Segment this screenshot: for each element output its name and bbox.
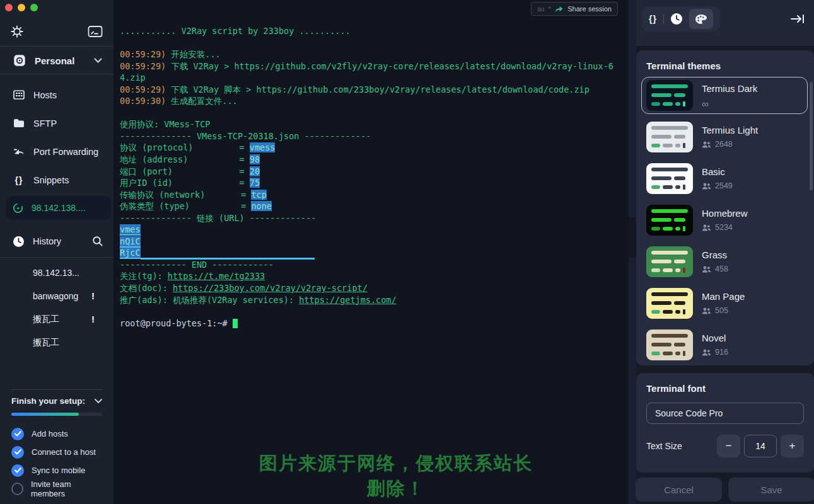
setup-task-invite-team[interactable]: Invite team members	[11, 479, 102, 498]
alert-badge: !	[91, 290, 95, 301]
collapse-panel-icon[interactable]	[790, 13, 805, 25]
themes-tab-active[interactable]	[689, 9, 713, 29]
terminal-text: nQiC	[120, 236, 141, 248]
terminal-text: 伪装类型 (type) =	[120, 201, 251, 211]
terminal-line: 地址 (address) = 98	[120, 154, 613, 166]
chevron-down-icon[interactable]	[95, 399, 102, 403]
setup-task-sync-mobile[interactable]: Sync to mobile	[11, 461, 102, 479]
check-circle-icon	[11, 464, 24, 477]
sidebar-item-sftp[interactable]: SFTP	[0, 109, 113, 137]
save-button[interactable]: Save	[728, 478, 814, 501]
close-window-button[interactable]	[5, 4, 13, 11]
new-terminal-button[interactable]	[86, 22, 105, 41]
theme-option-light[interactable]: Termius Light2648	[646, 122, 803, 152]
setup-task-connect-host[interactable]: Connect to a host	[11, 443, 102, 461]
theme-option-basic[interactable]: Basic2549	[646, 163, 803, 194]
terminal-text: 端口 (port) =	[120, 166, 250, 176]
terminal-text: RjcC	[120, 248, 141, 259]
theme-option-dark[interactable]: Termius Dark∞	[641, 77, 808, 114]
panel-tabs: {}	[642, 6, 719, 32]
sidebar-item-hosts[interactable]: Hosts	[0, 81, 113, 109]
scrollbar-thumb[interactable]	[629, 217, 636, 258]
terminal-text: 98	[250, 154, 260, 164]
theme-name: Termius Light	[702, 125, 758, 135]
workspace-selector[interactable]: Personal	[0, 47, 113, 74]
search-icon[interactable]	[92, 236, 103, 247]
terminal-text: ------------- END ------------	[120, 260, 274, 270]
theme-user-count: 2549	[715, 181, 733, 190]
terminal-text: vmess	[250, 142, 276, 152]
terminal-text: 00:59:29)	[120, 84, 166, 94]
decrease-size-button[interactable]: −	[717, 435, 740, 457]
theme-option-novel[interactable]: Novel916	[646, 329, 803, 360]
sidebar-item-label: Snippets	[33, 175, 69, 185]
terminal-line: nQiC	[120, 236, 613, 248]
terminal-scrollbar[interactable]	[629, 0, 636, 504]
terminal-line: 端口 (port) = 20	[120, 166, 613, 178]
zoom-window-button[interactable]	[30, 4, 38, 11]
terminal-text: 关注(tg):	[120, 271, 168, 281]
terminal-link[interactable]: https://233boy.com/v2ray/v2ray-script/	[173, 283, 368, 293]
terminal-link[interactable]: https://t.me/tg2333	[168, 271, 265, 281]
check-circle-icon	[11, 428, 24, 440]
font-family-input[interactable]: Source Code Pro	[646, 403, 804, 424]
terminal-line: -------------- 链接 (URL) -------------	[120, 212, 613, 224]
snippets-tab-icon[interactable]: {}	[649, 14, 657, 24]
history-item[interactable]: 98.142.13...	[0, 261, 113, 284]
minimize-window-button[interactable]	[18, 4, 25, 11]
theme-user-count: 916	[715, 348, 728, 357]
themes-section-title: Terminal themes	[646, 60, 814, 71]
settings-button[interactable]	[8, 22, 26, 41]
sidebar-item-label: Port Forwarding	[33, 147, 98, 157]
history-item[interactable]: 搬瓦工 !	[0, 307, 113, 331]
terminal-line: 伪装类型 (type) = none	[120, 200, 613, 212]
theme-option-manpage[interactable]: Man Page505	[646, 288, 803, 319]
terminal-pane[interactable]: au * Share session ........... V2Ray scr…	[113, 0, 629, 504]
cancel-button[interactable]: Cancel	[636, 478, 722, 501]
terminal-line: 关注(tg): https://t.me/tg2333	[120, 270, 613, 282]
theme-user-count: 505	[715, 306, 728, 315]
sidebar-item-snippets[interactable]: {} Snippets	[0, 166, 113, 194]
window-controls	[5, 4, 38, 11]
gear-icon	[10, 25, 24, 38]
sidebar-item-port-forwarding[interactable]: Port Forwarding	[0, 137, 113, 166]
terminal-text: vmes	[120, 224, 141, 236]
themes-list: Termius Dark∞Termius Light2648Basic2549H…	[646, 80, 814, 360]
terminal-line: 00:59:29) 开始安装...	[120, 49, 613, 60]
theme-thumbnail	[646, 329, 693, 360]
history-tab-icon[interactable]	[670, 13, 683, 25]
unchecked-circle-icon	[11, 483, 23, 495]
terminal-text: 地址 (address) =	[120, 154, 250, 164]
terminal-text: 20	[250, 166, 260, 176]
panel-scrollbar-thumb[interactable]	[810, 82, 813, 190]
infinity-icon: ∞	[702, 98, 709, 109]
terminal-line: 传输协议 (network) = tcp	[120, 189, 613, 201]
chevron-down-icon	[94, 58, 102, 63]
terminal-text: 下载 V2Ray 脚本 > https://github.com/233boy/…	[166, 84, 590, 94]
share-session-button[interactable]: au * Share session	[531, 2, 618, 16]
theme-user-count: 2648	[715, 140, 733, 149]
sidebar-item-history[interactable]: History	[0, 228, 113, 255]
history-item[interactable]: 搬瓦工	[0, 331, 113, 354]
theme-option-grass[interactable]: Grass458	[646, 246, 803, 277]
terminal-font-section: Terminal font Source Code Pro Text Size …	[636, 373, 814, 472]
history-item[interactable]: banwagong !	[0, 284, 113, 307]
terminal-line	[120, 306, 613, 318]
terminal-text: -------------- VMess-TCP-20318.json ----…	[120, 131, 371, 141]
theme-option-homebrew[interactable]: Homebrew5234	[646, 205, 803, 236]
setup-title: Finish your setup:	[11, 396, 95, 406]
palette-icon	[695, 14, 707, 25]
increase-size-button[interactable]: +	[781, 435, 804, 457]
terminal-text: 使用协议: VMess-TCP	[120, 119, 210, 129]
alert-badge: !	[91, 314, 95, 324]
port-forwarding-icon	[13, 147, 25, 156]
terminal-link[interactable]: https://getjms.com/	[299, 295, 396, 305]
termius-window: Personal Hosts SFTP P	[0, 0, 814, 504]
terminal-line: ------------- END ------------	[120, 259, 613, 271]
setup-checklist: Finish your setup: Add hosts Connect to …	[0, 389, 113, 504]
terminal-text: 协议 (protocol) =	[120, 142, 250, 152]
check-circle-icon	[11, 446, 24, 459]
active-session-tab[interactable]: 98.142.138....	[6, 196, 111, 220]
setup-task-add-hosts[interactable]: Add hosts	[11, 425, 102, 443]
text-size-value[interactable]: 14	[744, 435, 777, 457]
